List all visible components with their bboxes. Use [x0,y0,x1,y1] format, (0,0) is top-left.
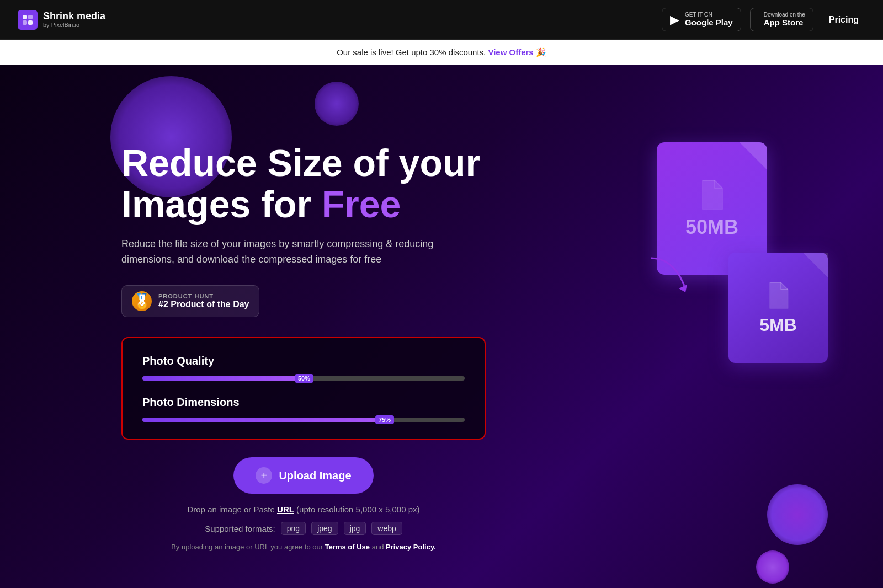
upload-image-button[interactable]: + Upload Image [233,457,373,494]
drop-text: Drop an image or Paste URL (upto resolut… [187,505,419,514]
logo-name: Shrink media [43,11,105,22]
app-store-bottom: App Store [764,18,805,28]
app-store-button[interactable]: Download on the App Store [750,8,813,31]
announcement-bar: Our sale is live! Get upto 30% discounts… [0,40,883,65]
terms-and: and [372,543,384,551]
dimensions-slider-fill: 75% [142,418,384,422]
privacy-policy-link[interactable]: Privacy Policy. [386,543,436,551]
svg-rect-0 [23,15,27,19]
format-png: png [281,522,306,535]
hero-title-line1: Reduce Size of your [121,142,480,184]
small-file-size: 5MB [759,315,797,335]
hero-title-line2-plain: Images for [121,183,322,225]
hero-title: Reduce Size of your Images for Free [121,142,541,225]
nav-right: ▶ GET IT ON Google Play Download on the … [662,8,865,31]
dimensions-label: Photo Dimensions [142,396,465,409]
drop-text-after: (upto resolution 5,000 x 5,000 px) [296,505,419,514]
bg-circle-bottom-right-small [756,550,789,584]
logo-sub: by PixelBin.io [43,22,105,28]
terms-of-use-link[interactable]: Terms of Use [325,543,370,551]
app-store-top: Download on the [764,12,805,18]
upload-area: + Upload Image Drop an image or Paste UR… [121,457,486,551]
terms-before: By uploading an image or URL you agree t… [171,543,323,551]
hero-title-free: Free [322,183,401,225]
file-card-small: 5MB [728,253,828,363]
upload-button-label: Upload Image [279,469,351,482]
ph-label: PRODUCT HUNT [158,293,249,300]
dimensions-value-badge: 75% [375,415,394,424]
svg-rect-2 [23,20,27,25]
google-play-bottom: Google Play [685,18,733,28]
ph-medal: 2 🏅 [132,291,152,311]
photo-quality-section: Photo Quality 50% [142,355,465,381]
view-offers-link[interactable]: View Offers [488,47,533,57]
bg-circle-small [315,82,359,126]
google-play-top: GET IT ON [685,12,733,18]
announcement-text: Our sale is live! Get upto 30% discounts… [337,47,486,57]
hero-section: 50MB 5MB Reduce Size of your Images for … [0,65,883,588]
file-illustration: 50MB 5MB [629,131,839,396]
svg-rect-3 [28,20,33,25]
drop-text-before: Drop an image or Paste [187,505,274,514]
logo-text-wrap: Shrink media by PixelBin.io [43,11,105,29]
svg-rect-1 [28,15,33,19]
hero-content: Reduce Size of your Images for Free Redu… [121,142,541,551]
google-play-icon: ▶ [670,13,679,27]
quality-slider-fill: 50% [142,376,304,381]
paste-url-link[interactable]: URL [277,505,294,514]
ph-rank: #2 Product of the Day [158,300,249,309]
format-webp: webp [371,522,402,535]
svg-marker-4 [679,285,687,292]
product-hunt-badge: 2 🏅 PRODUCT HUNT #2 Product of the Day [121,285,259,317]
logo-area: Shrink media by PixelBin.io [18,10,105,30]
upload-plus-icon: + [256,467,272,484]
announcement-emoji: 🎉 [536,47,546,57]
google-play-text: GET IT ON Google Play [685,12,733,28]
large-file-size: 50MB [685,216,738,239]
compression-arrow [640,253,695,297]
quality-slider-track[interactable]: 50% [142,376,465,381]
app-store-text: Download on the App Store [764,12,805,28]
pricing-button[interactable]: Pricing [822,10,865,29]
quality-value-badge: 50% [295,374,313,383]
ph-text: PRODUCT HUNT #2 Product of the Day [158,293,249,309]
settings-panel: Photo Quality 50% Photo Dimensions 75% [121,337,486,440]
bg-circle-bottom-right [767,484,828,545]
navbar: Shrink media by PixelBin.io ▶ GET IT ON … [0,0,883,40]
formats-label: Supported formats: [205,524,275,533]
quality-label: Photo Quality [142,355,465,367]
formats-row: Supported formats: png jpeg jpg webp [205,522,402,535]
format-jpeg: jpeg [311,522,338,535]
terms-text: By uploading an image or URL you agree t… [171,543,436,551]
format-jpg: jpg [344,522,366,535]
logo-icon [18,10,38,30]
photo-dimensions-section: Photo Dimensions 75% [142,396,465,422]
hero-subtitle: Reduce the file size of your images by s… [121,236,442,268]
dimensions-slider-track[interactable]: 75% [142,418,465,422]
google-play-button[interactable]: ▶ GET IT ON Google Play [662,8,741,31]
